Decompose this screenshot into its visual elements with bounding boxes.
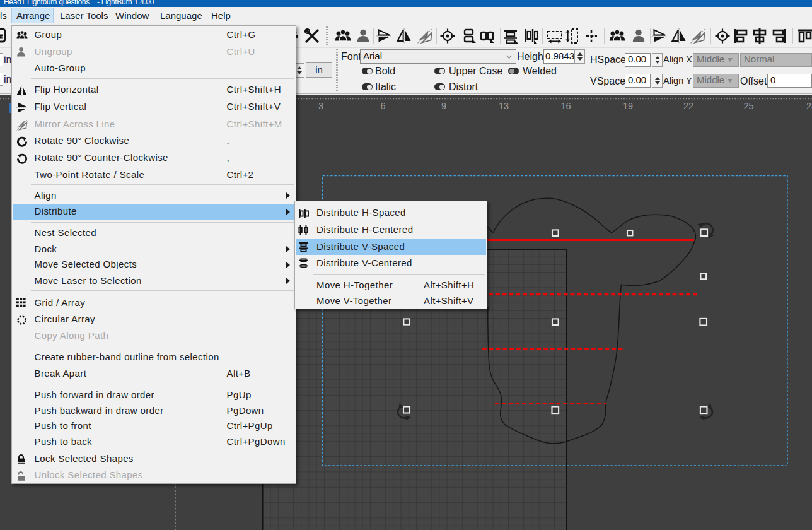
svg-text:25: 25 [743,101,753,111]
svg-text:9: 9 [441,101,446,111]
svg-text:19: 19 [623,101,633,111]
svg-text:28: 28 [806,101,812,111]
svg-text:16: 16 [560,101,571,111]
svg-text:13: 13 [499,101,509,111]
svg-text:3: 3 [318,101,323,111]
svg-text:6: 6 [380,101,385,111]
svg-text:22: 22 [683,101,693,111]
